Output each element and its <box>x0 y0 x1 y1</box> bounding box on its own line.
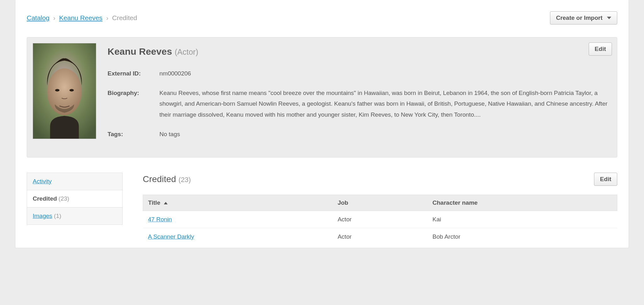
table-header-row: Title Job Character name <box>143 195 617 211</box>
tab-credited-count: (23) <box>58 195 69 202</box>
credited-title: Credited (23) <box>143 174 191 184</box>
table-row: 47 Ronin Actor Kai <box>143 211 617 228</box>
credited-count: (23) <box>179 176 191 184</box>
table-row: A Scanner Darkly Actor Bob Arctor <box>143 228 617 245</box>
field-external-id: External ID: nm0000206 <box>108 68 611 79</box>
tab-credited[interactable]: Credited (23) <box>27 190 123 208</box>
tab-activity[interactable]: Activity <box>27 173 123 190</box>
breadcrumb: Catalog › Keanu Reeves › Credited <box>27 14 137 22</box>
create-or-import-button[interactable]: Create or Import <box>550 11 617 25</box>
tab-images[interactable]: Images (1) <box>27 208 123 225</box>
cell-job: Actor <box>333 228 428 245</box>
breadcrumb-current: Credited <box>112 14 137 21</box>
lower-section: Activity Credited (23) Images (1) Credit… <box>27 173 617 245</box>
breadcrumb-catalog[interactable]: Catalog <box>27 14 49 21</box>
movie-link[interactable]: 47 Ronin <box>148 216 172 223</box>
col-job[interactable]: Job <box>333 195 428 211</box>
col-title[interactable]: Title <box>143 195 333 211</box>
person-info-body: Keanu Reeves (Actor) External ID: nm0000… <box>108 43 611 148</box>
field-biography: Biography: Keanu Reeves, whose first nam… <box>108 88 611 120</box>
create-or-import-label: Create or Import <box>556 14 602 21</box>
tab-activity-link[interactable]: Activity <box>33 178 52 185</box>
field-label: Tags: <box>108 129 159 140</box>
credited-title-text: Credited <box>143 174 176 184</box>
field-value: nm0000206 <box>159 68 611 79</box>
person-role: (Actor) <box>175 47 198 56</box>
main-column: Credited (23) Edit Title Job Character n… <box>143 173 617 245</box>
field-value: Keanu Reeves, whose first name means "co… <box>159 88 611 120</box>
cell-job: Actor <box>333 211 428 228</box>
breadcrumb-sep: › <box>106 14 108 21</box>
sort-asc-icon <box>164 202 168 204</box>
svg-point-1 <box>47 68 81 115</box>
side-tabs: Activity Credited (23) Images (1) <box>27 173 123 245</box>
breadcrumb-person[interactable]: Keanu Reeves <box>59 14 103 21</box>
svg-point-3 <box>69 89 74 92</box>
field-label: Biography: <box>108 88 159 120</box>
person-portrait <box>33 43 96 139</box>
tab-images-link[interactable]: Images <box>33 213 52 219</box>
field-value: No tags <box>159 129 611 140</box>
field-tags: Tags: No tags <box>108 129 611 140</box>
svg-point-2 <box>55 89 59 92</box>
person-title: Keanu Reeves (Actor) <box>108 46 611 57</box>
breadcrumb-sep: › <box>53 14 55 21</box>
tab-credited-label: Credited <box>33 195 57 202</box>
tab-images-count: (1) <box>54 213 61 219</box>
col-title-label: Title <box>148 199 160 206</box>
app-container: Catalog › Keanu Reeves › Credited Create… <box>15 0 629 248</box>
credited-header: Credited (23) Edit <box>143 173 617 186</box>
chevron-down-icon <box>607 17 611 19</box>
top-row: Catalog › Keanu Reeves › Credited Create… <box>27 11 617 25</box>
cell-character: Bob Arctor <box>427 228 617 245</box>
movie-link[interactable]: A Scanner Darkly <box>148 233 194 240</box>
person-info-card: Keanu Reeves (Actor) External ID: nm0000… <box>27 37 617 158</box>
col-character[interactable]: Character name <box>427 195 617 211</box>
field-label: External ID: <box>108 68 159 79</box>
edit-credited-button[interactable]: Edit <box>594 173 617 186</box>
cell-character: Kai <box>427 211 617 228</box>
edit-person-button[interactable]: Edit <box>589 42 612 56</box>
person-name: Keanu Reeves <box>108 46 172 57</box>
credited-table: Title Job Character name 47 Ronin Actor … <box>143 195 617 245</box>
